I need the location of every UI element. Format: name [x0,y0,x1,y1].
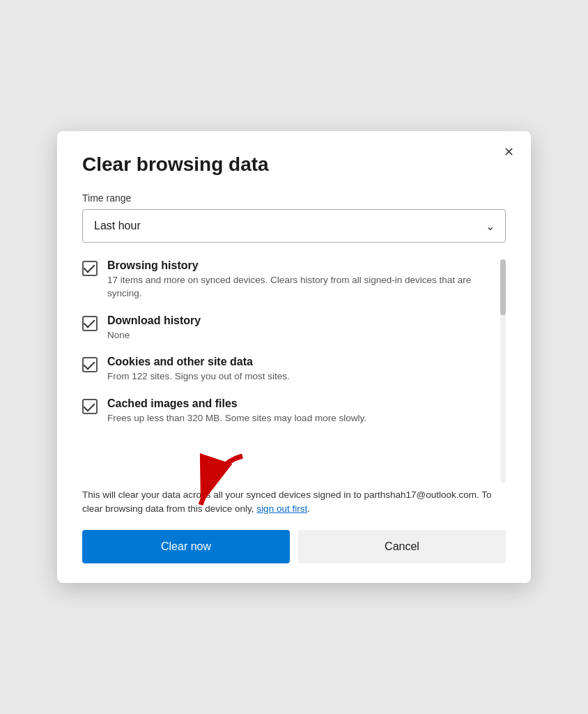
dialog-title: Clear browsing data [82,153,506,176]
list-item: Cookies and other site data From 122 sit… [82,356,489,383]
cookies-desc: From 122 sites. Signs you out of most si… [107,370,489,383]
scrollbar-thumb[interactable] [500,259,506,315]
buttons-container: Clear now Cancel [82,530,506,563]
list-item: Download history None [82,314,489,342]
info-period: . [307,503,310,514]
list-item: Browsing history 17 items and more on sy… [82,259,489,301]
cached-images-checkbox[interactable] [82,399,98,414]
time-range-label: Time range [82,192,506,204]
download-history-label: Download history [107,314,489,327]
clear-now-button[interactable]: Clear now [82,530,290,563]
cancel-button[interactable]: Cancel [298,530,506,563]
time-range-wrapper: Last hour Last 24 hours Last 7 days Last… [82,209,506,243]
sign-out-link[interactable]: sign out first [256,503,307,514]
download-history-checkbox[interactable] [82,316,98,331]
browsing-history-checkbox-wrapper[interactable] [82,261,98,276]
checkboxes-area: Browsing history 17 items and more on sy… [82,259,506,483]
buttons-row: Clear now Cancel [82,530,506,563]
time-range-select[interactable]: Last hour Last 24 hours Last 7 days Last… [82,209,506,243]
info-text: This will clear your data across all you… [82,488,506,517]
close-icon: ✕ [504,144,514,160]
browsing-history-checkbox[interactable] [82,261,98,276]
cookies-checkbox[interactable] [82,357,98,372]
browsing-history-desc: 17 items and more on synced devices. Cle… [107,274,489,301]
browsing-history-label: Browsing history [107,259,489,272]
clear-browsing-data-dialog: ✕ Clear browsing data Time range Last ho… [57,131,531,584]
close-button[interactable]: ✕ [497,141,520,163]
cached-images-desc: Frees up less than 320 MB. Some sites ma… [107,412,489,425]
scrollbar-track[interactable] [500,259,506,483]
cached-images-checkbox-wrapper[interactable] [82,399,98,414]
cached-images-label: Cached images and files [107,397,489,410]
list-item: Cached images and files Frees up less th… [82,397,489,425]
download-history-desc: None [107,329,489,342]
cookies-label: Cookies and other site data [107,356,489,368]
download-history-checkbox-wrapper[interactable] [82,316,98,331]
checkbox-list: Browsing history 17 items and more on sy… [82,259,497,483]
email-part: 7@outlook.com [411,489,477,500]
cookies-checkbox-wrapper[interactable] [82,357,98,372]
